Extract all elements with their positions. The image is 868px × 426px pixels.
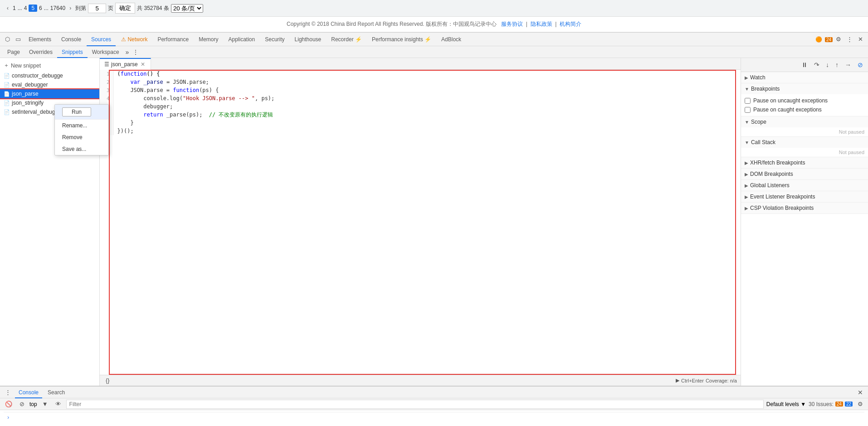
file-item-constructor[interactable]: 📄 constructor_debugge <box>0 71 99 80</box>
page-4[interactable]: 4 <box>24 5 27 11</box>
console-tab-console[interactable]: Console <box>15 387 42 398</box>
pause-uncaught-checkbox[interactable] <box>745 98 751 104</box>
run-label[interactable]: Run <box>62 107 91 116</box>
xhr-section: ▶ XHR/fetch Breakpoints <box>741 157 868 169</box>
goto-label: 到第 <box>75 5 86 12</box>
file-icon-eval: 📄 <box>4 82 10 88</box>
console-context-btn[interactable]: ▼ <box>40 399 50 409</box>
tab-application[interactable]: Application <box>224 33 259 46</box>
code-line-3: 3 JSON.parse = function(ps) { <box>100 86 741 94</box>
event-listeners-section: ▶ Event Listener Breakpoints <box>741 191 868 203</box>
prev-page-btn[interactable]: ‹ <box>5 4 11 12</box>
tab-sources[interactable]: Sources <box>87 33 116 46</box>
context-menu-rename[interactable]: Rename... <box>55 120 100 131</box>
deactivate-breakpoints-btn[interactable]: ⊘ <box>855 60 865 70</box>
code-area[interactable]: 1 (function() { 2 var _parse = JSON.pars… <box>100 70 741 375</box>
pagination: ‹ 1 ... 4 5 6 ... 17640 › 到第 页 确定 共 3527… <box>5 3 203 14</box>
subtabs-menu-btn[interactable]: ⋮ <box>131 48 141 57</box>
xhr-arrow: ▶ <box>745 160 748 165</box>
pause-btn[interactable]: ⏸ <box>799 60 810 70</box>
scope-header[interactable]: ▼ Scope <box>741 116 868 127</box>
tab-security[interactable]: Security <box>260 33 289 46</box>
default-levels-btn[interactable]: Default levels ▼ <box>766 401 806 407</box>
context-menu-run[interactable]: Run <box>55 105 100 120</box>
console-dots-btn[interactable]: ⋮ <box>3 387 13 397</box>
file-name-setinterval: setInterval_debugg <box>12 109 58 115</box>
service-link[interactable]: 服务协议 <box>501 21 523 27</box>
confirm-page-btn[interactable]: 确定 <box>115 3 135 14</box>
callstack-header[interactable]: ▼ Call Stack <box>741 137 868 148</box>
editor-tab-close-btn[interactable]: ✕ <box>140 61 146 68</box>
tab-network[interactable]: ⚠ Network <box>117 33 152 46</box>
tab-console[interactable]: Console <box>57 33 86 46</box>
inspect-icon-btn[interactable]: ⬡ <box>3 34 12 44</box>
event-listeners-header[interactable]: ▶ Event Listener Breakpoints <box>741 191 868 202</box>
tab-recorder[interactable]: Recorder ⚡ <box>327 33 366 46</box>
step-btn[interactable]: → <box>843 60 853 70</box>
callstack-arrow: ▼ <box>745 140 749 145</box>
more-subtabs-btn[interactable]: » <box>124 48 131 57</box>
editor-tab-json-parse[interactable]: ☰ json_parse ✕ <box>100 58 151 70</box>
step-into-btn[interactable]: ↓ <box>824 60 831 70</box>
page-goto-input[interactable] <box>88 4 106 13</box>
code-content-8: })(); <box>113 127 741 135</box>
console-close-btn[interactable]: ✕ <box>855 388 865 397</box>
xhr-header[interactable]: ▶ XHR/fetch Breakpoints <box>741 157 868 168</box>
settings-btn[interactable]: ⚙ <box>834 34 844 44</box>
file-item-json-parse[interactable]: 📄 json_parse <box>0 89 99 98</box>
watch-header[interactable]: ▶ Watch <box>741 72 868 83</box>
console-settings-btn[interactable]: ⚙ <box>855 399 865 409</box>
file-name-json-parse: json_parse <box>12 91 39 97</box>
step-over-btn[interactable]: ↷ <box>812 60 822 70</box>
tab-elements[interactable]: Elements <box>24 33 56 46</box>
step-out-btn[interactable]: ↑ <box>833 60 841 70</box>
close-devtools-btn[interactable]: ✕ <box>856 34 865 44</box>
event-listeners-arrow: ▶ <box>745 194 748 199</box>
page-1[interactable]: 1 <box>13 5 16 11</box>
context-menu-save-as[interactable]: Save as... <box>55 143 100 155</box>
page-5-active[interactable]: 5 <box>29 5 37 12</box>
code-content-7: } <box>113 119 741 127</box>
tab-lighthouse[interactable]: Lighthouse <box>290 33 326 46</box>
subtab-page[interactable]: Page <box>3 46 24 58</box>
badge-count: 24 <box>825 37 833 42</box>
new-snippet-btn[interactable]: ＋ New snippet <box>0 60 99 71</box>
code-content-3: JSON.parse = function(ps) { <box>113 86 741 94</box>
format-btn[interactable]: {} <box>103 376 112 385</box>
subtab-overrides[interactable]: Overrides <box>24 46 57 58</box>
tab-performance-insights[interactable]: Performance insights ⚡ <box>367 33 436 46</box>
subtab-snippets[interactable]: Snippets <box>57 46 88 58</box>
console-clear-btn[interactable]: 🚫 <box>3 399 15 409</box>
tab-adblock[interactable]: AdBlock <box>437 33 466 46</box>
breakpoints-header[interactable]: ▼ Breakpoints <box>741 83 868 94</box>
more-options-btn[interactable]: ⋮ <box>844 34 855 44</box>
subtab-workspace[interactable]: Workspace <box>88 46 124 58</box>
file-icon-json-parse: 📄 <box>4 91 10 97</box>
privacy-link[interactable]: 隐私政策 <box>531 21 552 27</box>
page-6[interactable]: 6 <box>39 5 42 11</box>
dom-header[interactable]: ▶ DOM Breakpoints <box>741 169 868 179</box>
context-menu-remove[interactable]: Remove <box>55 131 100 143</box>
pause-caught-checkbox[interactable] <box>745 107 751 113</box>
coverage-text: Coverage: n/a <box>706 378 737 383</box>
page-last[interactable]: 17640 <box>50 5 65 11</box>
console-eye-btn[interactable]: 👁 <box>53 399 63 409</box>
event-listeners-label: Event Listener Breakpoints <box>750 194 815 200</box>
csp-header[interactable]: ▶ CSP Violation Breakpoints <box>741 203 868 213</box>
device-icon-btn[interactable]: ▭ <box>13 34 23 44</box>
file-item-eval[interactable]: 📄 eval_debugger <box>0 80 99 89</box>
editor-tab-bar: ☰ json_parse ✕ <box>100 58 741 70</box>
per-page-select[interactable]: 20 条/页 50 条/页 <box>171 4 203 13</box>
console-filter-toggle[interactable]: ⊘ <box>17 399 27 409</box>
csp-label: CSP Violation Breakpoints <box>750 205 814 211</box>
org-link[interactable]: 机构简介 <box>560 21 581 27</box>
pause-uncaught-row: Pause on uncaught exceptions <box>745 96 864 105</box>
line-num-3: 3 <box>100 86 113 94</box>
global-listeners-header[interactable]: ▶ Global Listeners <box>741 180 868 191</box>
console-tab-search[interactable]: Search <box>44 387 68 398</box>
tab-memory[interactable]: Memory <box>194 33 223 46</box>
next-page-btn[interactable]: › <box>67 4 73 12</box>
console-filter-input[interactable] <box>66 400 764 409</box>
devtools: ⬡ ▭ Elements Console Sources ⚠ Network P… <box>0 32 868 422</box>
tab-performance[interactable]: Performance <box>153 33 193 46</box>
